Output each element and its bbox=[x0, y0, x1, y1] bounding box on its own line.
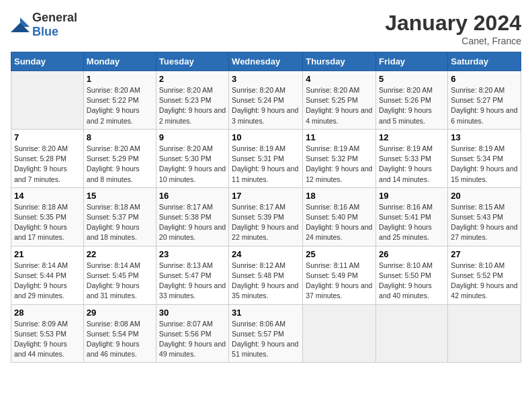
calendar-cell: 15Sunrise: 8:18 AMSunset: 5:37 PMDayligh… bbox=[83, 187, 156, 246]
calendar-cell: 31Sunrise: 8:06 AMSunset: 5:57 PMDayligh… bbox=[229, 304, 303, 363]
day-info: Sunrise: 8:20 AMSunset: 5:22 PMDaylight:… bbox=[87, 85, 153, 126]
calendar-cell: 27Sunrise: 8:10 AMSunset: 5:52 PMDayligh… bbox=[448, 246, 521, 304]
header-monday: Monday bbox=[83, 52, 156, 71]
header-tuesday: Tuesday bbox=[156, 52, 228, 71]
day-info: Sunrise: 8:13 AMSunset: 5:47 PMDaylight:… bbox=[159, 261, 226, 302]
day-info: Sunrise: 8:14 AMSunset: 5:44 PMDaylight:… bbox=[14, 261, 81, 302]
day-number: 20 bbox=[451, 191, 518, 201]
day-number: 31 bbox=[232, 308, 300, 318]
day-info: Sunrise: 8:06 AMSunset: 5:57 PMDaylight:… bbox=[232, 319, 300, 360]
logo-text: General Blue bbox=[32, 11, 77, 39]
day-number: 15 bbox=[87, 191, 153, 201]
day-info: Sunrise: 8:19 AMSunset: 5:33 PMDaylight:… bbox=[379, 144, 445, 185]
calendar-cell: 6Sunrise: 8:20 AMSunset: 5:27 PMDaylight… bbox=[448, 71, 521, 130]
day-info: Sunrise: 8:19 AMSunset: 5:32 PMDaylight:… bbox=[306, 144, 373, 185]
day-number: 19 bbox=[379, 191, 445, 201]
calendar-cell: 19Sunrise: 8:16 AMSunset: 5:41 PMDayligh… bbox=[376, 187, 448, 246]
day-number: 10 bbox=[232, 132, 300, 142]
day-info: Sunrise: 8:20 AMSunset: 5:27 PMDaylight:… bbox=[451, 85, 518, 126]
day-number: 2 bbox=[159, 74, 226, 84]
day-number: 12 bbox=[379, 132, 445, 142]
calendar-cell: 30Sunrise: 8:07 AMSunset: 5:56 PMDayligh… bbox=[156, 304, 228, 363]
header-sunday: Sunday bbox=[11, 52, 84, 71]
calendar-cell: 9Sunrise: 8:20 AMSunset: 5:30 PMDaylight… bbox=[156, 129, 228, 187]
day-info: Sunrise: 8:10 AMSunset: 5:52 PMDaylight:… bbox=[451, 261, 518, 302]
title-area: January 2024 Canet, France bbox=[385, 11, 521, 46]
day-number: 24 bbox=[232, 249, 300, 259]
day-info: Sunrise: 8:16 AMSunset: 5:40 PMDaylight:… bbox=[306, 202, 373, 243]
day-info: Sunrise: 8:11 AMSunset: 5:49 PMDaylight:… bbox=[306, 261, 373, 302]
calendar-cell: 13Sunrise: 8:19 AMSunset: 5:34 PMDayligh… bbox=[448, 129, 521, 187]
calendar-cell bbox=[376, 304, 448, 363]
calendar-cell: 3Sunrise: 8:20 AMSunset: 5:24 PMDaylight… bbox=[229, 71, 303, 130]
day-info: Sunrise: 8:20 AMSunset: 5:25 PMDaylight:… bbox=[306, 85, 373, 126]
calendar-week-2: 7Sunrise: 8:20 AMSunset: 5:28 PMDaylight… bbox=[11, 129, 521, 187]
calendar-week-1: 1Sunrise: 8:20 AMSunset: 5:22 PMDaylight… bbox=[11, 71, 521, 130]
day-number: 30 bbox=[159, 308, 226, 318]
calendar-cell bbox=[11, 71, 84, 130]
day-info: Sunrise: 8:07 AMSunset: 5:56 PMDaylight:… bbox=[159, 319, 226, 360]
day-number: 1 bbox=[87, 74, 153, 84]
day-info: Sunrise: 8:16 AMSunset: 5:41 PMDaylight:… bbox=[379, 202, 445, 243]
day-number: 22 bbox=[87, 249, 153, 259]
header-wednesday: Wednesday bbox=[229, 52, 303, 71]
day-info: Sunrise: 8:15 AMSunset: 5:43 PMDaylight:… bbox=[451, 202, 518, 243]
calendar-cell: 8Sunrise: 8:20 AMSunset: 5:29 PMDaylight… bbox=[83, 129, 156, 187]
day-number: 26 bbox=[379, 249, 445, 259]
day-number: 21 bbox=[14, 249, 81, 259]
header: General Blue January 2024 Canet, France bbox=[11, 11, 521, 46]
day-info: Sunrise: 8:20 AMSunset: 5:28 PMDaylight:… bbox=[14, 144, 81, 185]
subtitle: Canet, France bbox=[385, 36, 521, 46]
day-number: 25 bbox=[306, 249, 373, 259]
day-number: 28 bbox=[14, 308, 81, 318]
day-info: Sunrise: 8:10 AMSunset: 5:50 PMDaylight:… bbox=[379, 261, 445, 302]
calendar-cell: 28Sunrise: 8:09 AMSunset: 5:53 PMDayligh… bbox=[11, 304, 84, 363]
day-info: Sunrise: 8:12 AMSunset: 5:48 PMDaylight:… bbox=[232, 261, 300, 302]
calendar-week-3: 14Sunrise: 8:18 AMSunset: 5:35 PMDayligh… bbox=[11, 187, 521, 246]
calendar-week-5: 28Sunrise: 8:09 AMSunset: 5:53 PMDayligh… bbox=[11, 304, 521, 363]
calendar-cell: 18Sunrise: 8:16 AMSunset: 5:40 PMDayligh… bbox=[303, 187, 376, 246]
day-info: Sunrise: 8:20 AMSunset: 5:30 PMDaylight:… bbox=[159, 144, 226, 185]
calendar-cell: 16Sunrise: 8:17 AMSunset: 5:38 PMDayligh… bbox=[156, 187, 228, 246]
calendar-cell: 14Sunrise: 8:18 AMSunset: 5:35 PMDayligh… bbox=[11, 187, 84, 246]
day-info: Sunrise: 8:08 AMSunset: 5:54 PMDaylight:… bbox=[87, 319, 153, 360]
calendar-cell: 29Sunrise: 8:08 AMSunset: 5:54 PMDayligh… bbox=[83, 304, 156, 363]
main-title: January 2024 bbox=[385, 11, 521, 36]
calendar-week-4: 21Sunrise: 8:14 AMSunset: 5:44 PMDayligh… bbox=[11, 246, 521, 304]
day-number: 17 bbox=[232, 191, 300, 201]
day-number: 5 bbox=[379, 74, 445, 84]
header-saturday: Saturday bbox=[448, 52, 521, 71]
header-row: Sunday Monday Tuesday Wednesday Thursday… bbox=[11, 52, 521, 71]
day-number: 9 bbox=[159, 132, 226, 142]
day-info: Sunrise: 8:17 AMSunset: 5:38 PMDaylight:… bbox=[159, 202, 226, 243]
day-number: 7 bbox=[14, 132, 81, 142]
calendar-cell: 21Sunrise: 8:14 AMSunset: 5:44 PMDayligh… bbox=[11, 246, 84, 304]
calendar-table: Sunday Monday Tuesday Wednesday Thursday… bbox=[11, 52, 521, 363]
logo-blue: Blue bbox=[32, 25, 58, 38]
calendar-cell: 2Sunrise: 8:20 AMSunset: 5:23 PMDaylight… bbox=[156, 71, 228, 130]
day-info: Sunrise: 8:20 AMSunset: 5:29 PMDaylight:… bbox=[87, 144, 153, 185]
day-info: Sunrise: 8:17 AMSunset: 5:39 PMDaylight:… bbox=[232, 202, 300, 243]
day-info: Sunrise: 8:19 AMSunset: 5:34 PMDaylight:… bbox=[451, 144, 518, 185]
calendar-cell: 17Sunrise: 8:17 AMSunset: 5:39 PMDayligh… bbox=[229, 187, 303, 246]
calendar-cell: 4Sunrise: 8:20 AMSunset: 5:25 PMDaylight… bbox=[303, 71, 376, 130]
logo-icon bbox=[11, 17, 30, 32]
day-info: Sunrise: 8:20 AMSunset: 5:23 PMDaylight:… bbox=[159, 85, 226, 126]
calendar-cell: 24Sunrise: 8:12 AMSunset: 5:48 PMDayligh… bbox=[229, 246, 303, 304]
day-number: 23 bbox=[159, 249, 226, 259]
day-info: Sunrise: 8:20 AMSunset: 5:26 PMDaylight:… bbox=[379, 85, 445, 126]
day-number: 29 bbox=[87, 308, 153, 318]
calendar-cell bbox=[448, 304, 521, 363]
calendar-cell: 25Sunrise: 8:11 AMSunset: 5:49 PMDayligh… bbox=[303, 246, 376, 304]
day-number: 4 bbox=[306, 74, 373, 84]
day-number: 3 bbox=[232, 74, 300, 84]
calendar-cell: 1Sunrise: 8:20 AMSunset: 5:22 PMDaylight… bbox=[83, 71, 156, 130]
day-info: Sunrise: 8:18 AMSunset: 5:37 PMDaylight:… bbox=[87, 202, 153, 243]
day-info: Sunrise: 8:09 AMSunset: 5:53 PMDaylight:… bbox=[14, 319, 81, 360]
day-number: 16 bbox=[159, 191, 226, 201]
day-number: 11 bbox=[306, 132, 373, 142]
logo-general: General bbox=[32, 11, 77, 24]
calendar-cell bbox=[303, 304, 376, 363]
calendar-cell: 22Sunrise: 8:14 AMSunset: 5:45 PMDayligh… bbox=[83, 246, 156, 304]
header-friday: Friday bbox=[376, 52, 448, 71]
